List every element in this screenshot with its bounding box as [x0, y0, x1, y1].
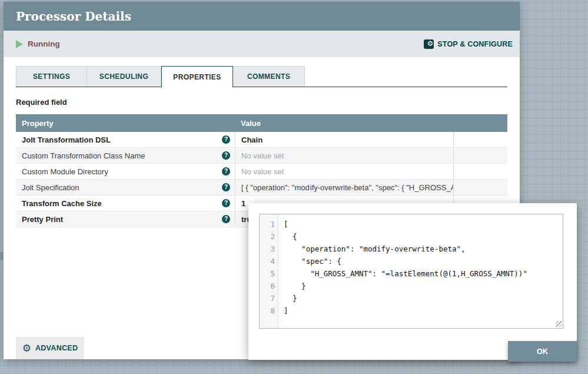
- dialog-header: Processor Details: [4, 2, 520, 31]
- tab-settings[interactable]: SETTINGS: [16, 66, 87, 87]
- help-icon[interactable]: ?: [222, 215, 230, 223]
- value-editor-popup: 1 2 3 4 5 6 7 8 [ { "operation": "modify…: [248, 203, 577, 360]
- property-value[interactable]: Chain: [235, 132, 453, 147]
- property-name: Pretty Print ?: [16, 211, 235, 227]
- table-row-custom-module-directory: Custom Module Directory ? No value set: [16, 164, 507, 180]
- table-row-custom-transformation-class-name: Custom Transformation Class Name ? No va…: [16, 148, 507, 164]
- stop-configure-gear-icon: ⚙: [424, 39, 434, 49]
- help-icon[interactable]: ?: [222, 199, 230, 207]
- line-number: 4: [260, 255, 278, 267]
- required-field-legend: Required field: [16, 98, 520, 107]
- code-line: }: [284, 280, 563, 292]
- help-icon[interactable]: ?: [222, 135, 230, 144]
- properties-table-header: Property Value: [16, 114, 507, 132]
- dialog-title: Processor Details: [16, 9, 131, 24]
- tab-scheduling[interactable]: SCHEDULING: [87, 66, 161, 87]
- tab-comments[interactable]: COMMENTS: [233, 66, 305, 87]
- row-extra-cell: [453, 132, 507, 147]
- property-name: Jolt Specification ?: [16, 180, 235, 195]
- code-line: ]: [284, 305, 563, 317]
- row-extra-cell: [453, 164, 507, 179]
- line-number: 5: [260, 267, 278, 280]
- help-icon[interactable]: ?: [222, 167, 230, 176]
- line-number: 8: [260, 305, 278, 317]
- dialog-tabs: SETTINGS SCHEDULING PROPERTIES COMMENTS: [16, 66, 507, 87]
- help-icon[interactable]: ?: [222, 183, 230, 191]
- running-play-icon: [16, 40, 23, 48]
- property-name: Custom Module Directory ?: [16, 164, 235, 179]
- property-value[interactable]: No value set: [235, 148, 453, 163]
- gear-icon: ⚙: [22, 343, 31, 353]
- property-value[interactable]: No value set: [235, 164, 453, 179]
- line-number: 3: [260, 243, 278, 255]
- advanced-button[interactable]: ⚙ ADVANCED: [16, 337, 84, 359]
- code-line: }: [284, 292, 563, 305]
- line-number: 1: [260, 218, 278, 230]
- row-extra-cell: [453, 180, 507, 195]
- stop-and-configure-button[interactable]: ⚙ STOP & CONFIGURE: [424, 39, 513, 49]
- table-row-jolt-transformation-dsl: Jolt Transformation DSL ? Chain: [16, 132, 507, 148]
- ok-button[interactable]: OK: [508, 341, 577, 362]
- code-line: "operation": "modify-overwrite-beta",: [284, 243, 563, 255]
- line-number-gutter: 1 2 3 4 5 6 7 8: [260, 214, 278, 328]
- run-status: Running: [16, 39, 60, 48]
- code-line: "spec": {: [284, 255, 563, 267]
- code-line: {: [284, 230, 563, 243]
- run-status-label: Running: [28, 39, 60, 48]
- code-line: [: [284, 218, 563, 230]
- property-name: Transform Cache Size ?: [16, 196, 235, 211]
- property-column-header: Property: [16, 119, 235, 128]
- tab-properties[interactable]: PROPERTIES: [161, 66, 233, 88]
- property-name: Jolt Transformation DSL ?: [16, 132, 235, 147]
- table-row-jolt-specification: Jolt Specification ? [ { "operation": "m…: [16, 180, 507, 196]
- property-name: Custom Transformation Class Name ?: [16, 148, 235, 163]
- code-area[interactable]: [ { "operation": "modify-overwrite-beta"…: [278, 214, 563, 328]
- status-bar: Running ⚙ STOP & CONFIGURE: [4, 31, 520, 57]
- background-canvas-element: [0, 252, 3, 260]
- advanced-button-label: ADVANCED: [35, 344, 78, 352]
- row-extra-cell: [453, 148, 507, 163]
- jolt-spec-code-editor[interactable]: 1 2 3 4 5 6 7 8 [ { "operation": "modify…: [259, 214, 563, 329]
- line-number: 6: [260, 280, 278, 292]
- line-number: 2: [260, 230, 278, 243]
- help-icon[interactable]: ?: [222, 151, 230, 160]
- line-number: 7: [260, 292, 278, 305]
- value-column-header: Value: [235, 119, 261, 128]
- code-line: "H_GROSS_AMNT": "=lastElement(@(1,H_GROS…: [284, 267, 563, 280]
- editor-resize-handle[interactable]: [556, 321, 562, 327]
- stop-configure-label: STOP & CONFIGURE: [437, 40, 513, 48]
- property-value-editing[interactable]: [ { "operation": "modify-overwrite-beta"…: [235, 180, 453, 195]
